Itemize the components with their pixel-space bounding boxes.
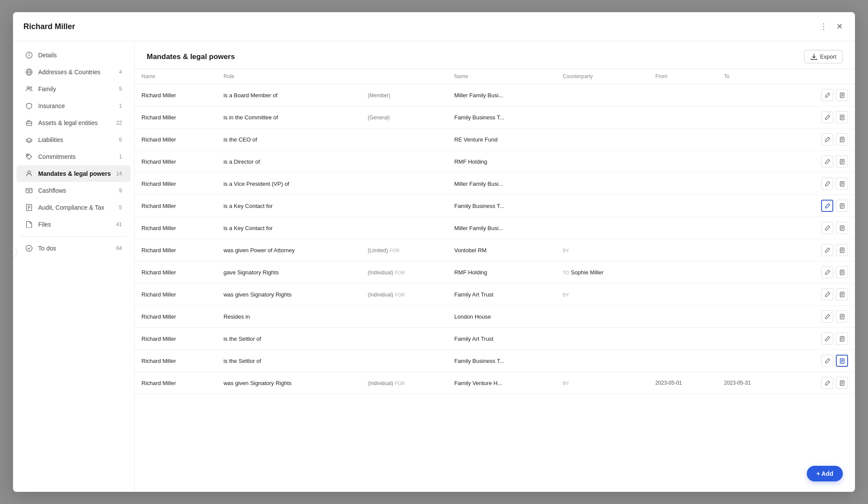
edit-row-button[interactable] (821, 222, 833, 234)
edit-row-button[interactable] (821, 200, 833, 212)
cell-qualifier (361, 173, 447, 195)
document-row-button[interactable] (836, 155, 848, 168)
edit-row-button[interactable] (821, 355, 833, 367)
cell-from (648, 195, 717, 217)
cashflow-icon (25, 187, 33, 194)
sidebar-item-files[interactable]: Files 41 (16, 216, 131, 233)
cell-person: Richard Miller (135, 328, 217, 350)
document-row-button[interactable] (836, 222, 848, 234)
edit-row-button[interactable] (821, 377, 833, 389)
cell-from (648, 261, 717, 283)
table-body: Richard Milleris a Board Member of(Membe… (135, 84, 855, 394)
cell-role: gave Signatory Rights (217, 261, 361, 283)
document-row-button[interactable] (836, 89, 848, 101)
cell-role: is the CEO of (217, 128, 361, 151)
cell-actions (786, 306, 855, 328)
document-row-button[interactable] (836, 133, 848, 145)
sidebar-item-details[interactable]: Details (16, 47, 131, 63)
table-row: Richard Milleris a Board Member of(Membe… (135, 84, 855, 106)
edit-row-button[interactable] (821, 89, 833, 101)
sidebar-item-commitments[interactable]: Commitments 1 (16, 148, 131, 165)
cell-counterparty (556, 328, 648, 350)
document-row-button[interactable] (836, 178, 848, 190)
sidebar-item-insurance-label: Insurance (38, 102, 114, 109)
cell-counterparty: BY (556, 239, 648, 261)
document-row-button[interactable] (836, 244, 848, 256)
document-row-button[interactable] (836, 310, 848, 323)
sidebar-item-commitments-count: 1 (119, 154, 122, 160)
cell-to (717, 217, 786, 239)
cell-role: is a Key Contact for (217, 217, 361, 239)
export-icon (811, 53, 817, 60)
sidebar-item-audit-label: Audit, Compliance & Tax (38, 204, 114, 211)
content-header: Mandates & legal powers Export (135, 41, 855, 69)
cell-person: Richard Miller (135, 283, 217, 306)
sidebar-item-addresses[interactable]: Addresses & Countries 4 (16, 64, 131, 80)
sidebar-item-mandates-label: Mandates & legal powers (38, 170, 111, 177)
close-icon: ✕ (836, 22, 843, 31)
edit-row-button[interactable] (821, 178, 833, 190)
edit-row-button[interactable] (821, 310, 833, 323)
sidebar-item-cashflows-count: 9 (119, 188, 122, 194)
edit-row-button[interactable] (821, 288, 833, 300)
add-button[interactable]: + Add (807, 466, 843, 481)
cell-qualifier (361, 350, 447, 372)
cell-qualifier (361, 306, 447, 328)
cell-to: 2023-05-31 (717, 372, 786, 394)
document-row-button[interactable] (836, 288, 848, 300)
cell-role: is a Vice President (VP) of (217, 173, 361, 195)
document-row-button[interactable] (836, 333, 848, 345)
cell-entity: RE Venture Fund (447, 128, 556, 151)
document-row-button[interactable] (836, 111, 848, 123)
table-row: Richard Milleris a Director ofRMF Holdin… (135, 151, 855, 173)
sidebar-item-family-count: 5 (119, 86, 122, 92)
edit-row-button[interactable] (821, 244, 833, 256)
document-row-button[interactable] (836, 200, 848, 212)
sidebar-item-addresses-count: 4 (119, 69, 122, 75)
sidebar-item-assets-count: 22 (116, 120, 122, 126)
close-button[interactable]: ✕ (835, 20, 845, 33)
sidebar-item-liabilities-label: Liabilities (38, 136, 114, 143)
svg-point-13 (28, 190, 30, 191)
cell-role: was given Signatory Rights (217, 372, 361, 394)
sidebar-item-assets[interactable]: Assets & legal entities 22 (16, 115, 131, 131)
more-options-button[interactable]: ⋮ (818, 20, 829, 33)
svg-point-2 (29, 54, 30, 54)
sidebar-item-audit[interactable]: Audit, Compliance & Tax 5 (16, 199, 131, 216)
cell-person: Richard Miller (135, 217, 217, 239)
edit-row-button[interactable] (821, 133, 833, 145)
cell-from (648, 350, 717, 372)
export-button[interactable]: Export (804, 50, 843, 63)
edit-row-button[interactable] (821, 266, 833, 278)
svg-point-11 (28, 171, 30, 174)
edit-row-button[interactable] (821, 111, 833, 123)
cell-from (648, 239, 717, 261)
cell-actions (786, 283, 855, 306)
document-row-button[interactable] (836, 355, 848, 367)
document-row-button[interactable] (836, 377, 848, 389)
cell-person: Richard Miller (135, 306, 217, 328)
cell-entity: Family Business T... (447, 106, 556, 128)
cell-to (717, 239, 786, 261)
sidebar-item-todos-count: 64 (116, 245, 122, 251)
cell-qualifier: (Individual) FOR (361, 372, 447, 394)
table-row: Richard Milleris a Key Contact forMiller… (135, 217, 855, 239)
sidebar-item-todos[interactable]: To dos 64 (16, 240, 131, 257)
sidebar-item-mandates[interactable]: Mandates & legal powers 14 (16, 165, 131, 182)
document-row-button[interactable] (836, 266, 848, 278)
cell-qualifier: (Individual) FOR (361, 283, 447, 306)
check-icon (25, 244, 33, 252)
cell-person: Richard Miller (135, 84, 217, 106)
sidebar-item-files-label: Files (38, 221, 111, 228)
sidebar-item-cashflows[interactable]: Cashflows 9 (16, 182, 131, 199)
sidebar-item-insurance[interactable]: Insurance 1 (16, 98, 131, 114)
edit-row-button[interactable] (821, 155, 833, 168)
cell-from (648, 283, 717, 306)
sidebar-item-family-label: Family (38, 86, 114, 92)
edit-row-button[interactable] (821, 333, 833, 345)
modal-dialog: Richard Miller ⋮ ✕ ‹ (13, 12, 855, 492)
cell-actions (786, 106, 855, 128)
sidebar-item-family[interactable]: Family 5 (16, 81, 131, 97)
sidebar-item-liabilities[interactable]: Liabilities 6 (16, 132, 131, 148)
sidebar-item-commitments-label: Commitments (38, 153, 114, 160)
